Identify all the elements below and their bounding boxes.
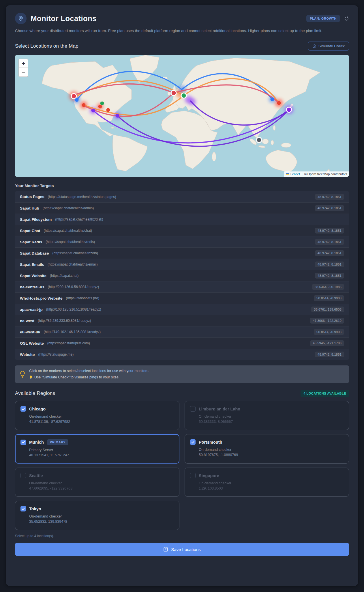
region-coords: 35.652832, 139.839478 bbox=[29, 520, 174, 524]
target-name: OSL Website bbox=[20, 341, 44, 346]
map-marker[interactable] bbox=[116, 114, 119, 118]
checkbox[interactable] bbox=[20, 506, 26, 511]
check-icon bbox=[191, 440, 195, 444]
map-marker[interactable] bbox=[82, 103, 86, 107]
target-name: na-central-us bbox=[20, 285, 44, 289]
table-row: Sapat Filesystem(https://sapat.chat/heal… bbox=[15, 214, 349, 225]
map-marker[interactable] bbox=[91, 109, 95, 113]
region-desc: On-demand checker bbox=[29, 514, 174, 518]
regions-grid: Chicago On-demand checker 41.8781136, -8… bbox=[15, 401, 349, 530]
region-name: Munich bbox=[29, 440, 44, 445]
table-row: Website(https://statuspage.me)48.9742, 8… bbox=[15, 349, 349, 360]
leaflet-link[interactable]: Leaflet bbox=[290, 172, 300, 176]
table-row: na-west(http://85.239.233.60:8081/readyz… bbox=[15, 315, 349, 326]
target-url: (https://sapat.chat/healthz/db) bbox=[52, 251, 315, 255]
zoom-out-button[interactable]: − bbox=[19, 68, 28, 76]
checkbox[interactable] bbox=[190, 406, 196, 412]
table-row: Sapat Redis(https://sapat.chat/healthz/r… bbox=[15, 236, 349, 247]
target-url: (https://sapat.chat) bbox=[50, 274, 315, 278]
target-coords-badge: 48.9742, 8.1851 bbox=[315, 228, 344, 234]
map-marker[interactable] bbox=[286, 107, 292, 112]
region-desc: On-demand checker bbox=[29, 414, 174, 419]
table-row: apac-east-jp(http://103.125.216.51:8081/… bbox=[15, 304, 349, 315]
map-marker[interactable] bbox=[75, 98, 79, 102]
map-marker[interactable] bbox=[181, 93, 186, 98]
target-url: (http://85.239.233.60:8081/readyz) bbox=[38, 319, 310, 323]
bulb-emoji-icon bbox=[29, 375, 33, 380]
target-name: Sapat Hub bbox=[20, 206, 39, 210]
target-name: na-west bbox=[20, 319, 34, 323]
table-row: Sapat Chat(https://sapat.chat/healthz/ch… bbox=[15, 225, 349, 236]
target-coords-badge: 48.9742, 8.1851 bbox=[315, 205, 344, 211]
region-card-seattle[interactable]: Seattle On-demand checker 47.6062095, -1… bbox=[15, 468, 179, 497]
lightbulb-icon bbox=[20, 371, 25, 378]
region-card-chicago[interactable]: Chicago On-demand checker 41.8781136, -8… bbox=[15, 401, 179, 430]
target-coords-badge: 38.6364, -90.1985 bbox=[312, 284, 344, 290]
target-name: WhoHosts.pro Website bbox=[20, 296, 63, 300]
target-name: Sapat Emails bbox=[20, 262, 44, 267]
map-marker[interactable] bbox=[171, 90, 176, 96]
map-marker[interactable] bbox=[98, 105, 102, 109]
region-card-singapore[interactable]: Singapore On-demand checker 1.29, 103.85… bbox=[185, 468, 349, 497]
zoom-in-button[interactable]: + bbox=[19, 59, 28, 68]
map-marker[interactable] bbox=[277, 101, 281, 105]
region-name: Portsmouth bbox=[199, 440, 222, 445]
location-pin-icon bbox=[15, 13, 27, 24]
target-url: (http://103.125.216.51:8081/readyz) bbox=[46, 307, 311, 311]
simulate-check-button[interactable]: Simulate Check bbox=[308, 42, 349, 51]
table-row: WhoHosts.pro Website(https://whohosts.pr… bbox=[15, 292, 349, 304]
table-row: Sapat Database(https://sapat.chat/health… bbox=[15, 247, 349, 259]
checkbox[interactable] bbox=[190, 473, 196, 478]
table-row: Šapat Website(https://sapat.chat)48.9742… bbox=[15, 270, 349, 281]
region-name: Limburg an der Lahn bbox=[199, 407, 240, 411]
refresh-button[interactable] bbox=[344, 16, 349, 21]
table-row: Sapat Emails(https://sapat.chat/healthz/… bbox=[15, 259, 349, 270]
target-url: (https://openstartuplist.com) bbox=[47, 341, 310, 345]
map-canvas[interactable] bbox=[15, 55, 349, 177]
region-coords: 41.8781136, -87.6297982 bbox=[29, 420, 174, 424]
checkbox[interactable] bbox=[20, 440, 26, 445]
target-name: Sapat Filesystem bbox=[20, 217, 52, 222]
map-marker[interactable] bbox=[106, 108, 110, 112]
region-card-limburg[interactable]: Limburg an der Lahn On-demand checker 50… bbox=[185, 401, 349, 430]
region-card-tokyo[interactable]: Tokyo On-demand checker 35.652832, 139.8… bbox=[15, 501, 179, 530]
checkbox[interactable] bbox=[20, 473, 26, 478]
target-coords-badge: 35.6761, 139.6503 bbox=[311, 307, 344, 312]
region-coords: 50.383333, 8.066667 bbox=[199, 420, 344, 424]
map-marker[interactable] bbox=[71, 94, 76, 99]
target-coords-badge: 48.9742, 8.1851 bbox=[315, 239, 344, 245]
map-marker[interactable] bbox=[100, 102, 104, 105]
map-marker[interactable] bbox=[271, 98, 274, 101]
target-name: Website bbox=[20, 352, 35, 357]
map-marker[interactable] bbox=[256, 137, 262, 143]
world-map[interactable]: + − Leaflet | © OpenStreetMap contributo… bbox=[15, 55, 349, 177]
map-attribution: Leaflet | © OpenStreetMap contributors bbox=[284, 171, 349, 177]
targets-heading: Your Monitor Targets bbox=[15, 184, 349, 188]
monitor-locations-panel: Monitor Locations PLAN: GROWTH Choose wh… bbox=[6, 5, 358, 586]
tip-box: Click on the markers to select/deselect … bbox=[15, 365, 349, 383]
target-url: (https://statuspage.me/healthz/status-pa… bbox=[48, 195, 315, 199]
target-coords-badge: 48.9742, 8.1851 bbox=[315, 352, 344, 357]
region-card-munich[interactable]: Munich PRIMARY Primary Server 48.1371541… bbox=[15, 434, 179, 464]
map-zoom-control[interactable]: + − bbox=[18, 59, 28, 77]
region-card-portsmouth[interactable]: Portsmouth On-demand checker 50.8197675,… bbox=[185, 434, 349, 464]
target-coords-badge: 48.9742, 8.1851 bbox=[315, 250, 344, 256]
target-name: Status Pages bbox=[20, 195, 44, 199]
play-circle-icon bbox=[312, 44, 316, 48]
checkbox[interactable] bbox=[190, 439, 196, 445]
save-locations-button[interactable]: Save Locations bbox=[15, 543, 349, 556]
ukraine-flag-icon bbox=[286, 173, 289, 175]
primary-badge: PRIMARY bbox=[47, 439, 69, 445]
save-icon bbox=[163, 547, 168, 552]
region-name: Seattle bbox=[29, 473, 43, 478]
target-url: (https://sapat.chat/healthz/disk) bbox=[55, 217, 339, 221]
selection-limit-note: Select up to 4 location(s). bbox=[15, 534, 349, 538]
target-url: (http://209.126.0.56:8081/readyz) bbox=[48, 285, 312, 289]
region-desc: On-demand checker bbox=[199, 414, 344, 419]
page-description: Choose where your distributed monitors w… bbox=[15, 28, 347, 34]
region-name: Chicago bbox=[29, 407, 46, 411]
checkbox[interactable] bbox=[20, 406, 26, 412]
region-coords: 48.1371541, 11.5761247 bbox=[29, 453, 174, 457]
target-coords-badge: 50.8514, -0.9903 bbox=[314, 329, 344, 335]
map-section-heading: Select Locations on the Map bbox=[15, 43, 78, 49]
